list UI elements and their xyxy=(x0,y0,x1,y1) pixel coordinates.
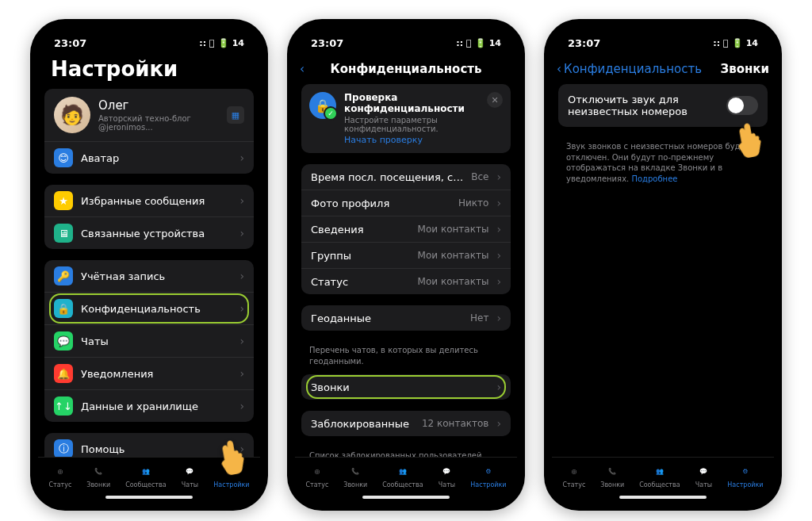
list-item[interactable]: 🔑Учётная запись› xyxy=(44,260,254,292)
list-item[interactable]: 💬Чаты› xyxy=(44,324,254,357)
profile-row[interactable]: 🧑 Олег Авторский техно-блог @jeronimos..… xyxy=(44,89,254,141)
profile-sub: Авторский техно-блог @jeronimos... xyxy=(98,114,219,132)
row-icon: ↑↓ xyxy=(54,396,73,416)
start-check-link[interactable]: Начать проверку xyxy=(344,135,479,145)
row-icon: 🔔 xyxy=(54,364,73,383)
avatar-row[interactable]: 😊 Аватар › xyxy=(44,141,254,174)
tab-icon: 👥 xyxy=(651,462,668,480)
row-label: Группы xyxy=(311,250,410,262)
tab-звонки[interactable]: 📞Звонки xyxy=(600,462,624,488)
tab-сообщества[interactable]: 👥Сообщества xyxy=(125,462,166,488)
row-icon: 🔑 xyxy=(54,266,73,285)
tab-label: Чаты xyxy=(182,481,198,488)
row-value: Мои контакты xyxy=(418,276,489,287)
tab-сообщества[interactable]: 👥Сообщества xyxy=(382,462,423,488)
list-item[interactable]: СтатусМои контакты› xyxy=(301,268,511,294)
chevron-icon: › xyxy=(239,270,244,282)
tab-icon: 💬 xyxy=(438,462,455,480)
row-label: Данные и хранилище xyxy=(81,400,232,412)
row-value: 12 контактов xyxy=(422,418,489,429)
phone-settings: 23:07 ::􀙇🔋14 Настройки 🧑 Олег Авторский … xyxy=(30,19,268,511)
tab-настройки[interactable]: ⚙Настройки xyxy=(727,462,763,488)
shield-lock-icon: 🔒 xyxy=(309,92,336,119)
list-item[interactable]: 🖥Связанные устройства› xyxy=(44,216,254,249)
list-item[interactable]: Фото профиляНикто› xyxy=(301,190,511,216)
row-icon: 💬 xyxy=(54,331,73,351)
nav-title: Конфиденциальность xyxy=(331,62,482,76)
list-item[interactable]: ГруппыМои контакты› xyxy=(301,242,511,268)
avatar-icon-sq: 😊 xyxy=(54,148,73,167)
chevron-icon: › xyxy=(496,312,501,324)
back-button[interactable]: ‹ Конфиденциальность xyxy=(557,62,702,76)
tab-icon: ⚙ xyxy=(223,462,240,480)
tab-сообщества[interactable]: 👥Сообщества xyxy=(639,462,680,488)
tab-icon: ⚙ xyxy=(480,462,497,480)
list-item[interactable]: 🔔Уведомления› xyxy=(44,357,254,389)
phone-calls: 23:07 ::􀙇🔋14 ‹ Конфиденциальность Звонки… xyxy=(544,19,782,511)
tab-icon: 💬 xyxy=(695,462,712,480)
tab-label: Чаты xyxy=(439,481,455,488)
tab-label: Сообщества xyxy=(382,481,423,488)
row-icon: 🖥 xyxy=(54,224,73,243)
row-label: Статус xyxy=(311,276,410,288)
row-value: Мои контакты xyxy=(418,224,489,235)
row-label: Помощь xyxy=(81,443,232,455)
tab-чаты[interactable]: 💬Чаты xyxy=(181,462,198,488)
row-label: Геоданные xyxy=(311,312,462,324)
row-label: Учётная запись xyxy=(81,270,232,282)
back-button[interactable]: ‹ xyxy=(300,62,304,76)
chevron-icon: › xyxy=(239,194,244,207)
tab-icon: ⚙ xyxy=(737,462,754,480)
list-item[interactable]: Звонки› xyxy=(301,374,511,400)
list-item[interactable]: СведенияМои контакты› xyxy=(301,216,511,242)
row-label: Звонки xyxy=(311,381,488,393)
chevron-icon: › xyxy=(496,197,501,209)
chevron-icon: › xyxy=(496,223,501,236)
status-indicators: ::􀙇🔋14 xyxy=(199,38,244,48)
row-value: Никто xyxy=(458,197,488,209)
qr-icon[interactable]: ▦ xyxy=(227,106,244,124)
home-indicator xyxy=(619,496,707,499)
learn-more-link[interactable]: Подробнее xyxy=(631,174,677,183)
tab-label: Статус xyxy=(48,481,71,488)
row-label: Связанные устройства xyxy=(81,228,232,239)
toggle-switch[interactable] xyxy=(726,96,758,115)
silence-unknown-toggle-row[interactable]: Отключить звук для неизвестных номеров xyxy=(558,84,768,127)
chevron-icon: › xyxy=(239,227,244,239)
list-item[interactable]: ★Избранные сообщения› xyxy=(44,185,254,216)
tab-настройки[interactable]: ⚙Настройки xyxy=(213,462,249,488)
tab-статус[interactable]: ◎Статус xyxy=(48,462,71,488)
list-item[interactable]: ГеоданныеНет› xyxy=(301,305,511,331)
tab-звонки[interactable]: 📞Звонки xyxy=(86,462,110,488)
status-time: 23:07 xyxy=(568,37,600,49)
tab-icon: 👥 xyxy=(137,462,155,480)
row-icon: ★ xyxy=(54,191,73,210)
close-icon[interactable]: ✕ xyxy=(487,92,503,108)
list-item[interactable]: ⓘПомощь› xyxy=(44,433,254,457)
privacy-banner[interactable]: 🔒 Проверка конфиденциальности Настройте … xyxy=(301,84,511,153)
list-item[interactable]: Заблокированные12 контактов› xyxy=(301,411,511,436)
tab-label: Статус xyxy=(562,481,585,488)
tab-статус[interactable]: ◎Статус xyxy=(562,462,585,488)
tab-статус[interactable]: ◎Статус xyxy=(305,462,328,488)
row-label: Фото профиля xyxy=(311,197,450,209)
list-item[interactable]: ↑↓Данные и хранилище› xyxy=(44,389,254,422)
list-item[interactable]: 🔒Конфиденциальность› xyxy=(44,292,254,324)
list-item[interactable]: Время посл. посещения, статус "в сети"Вс… xyxy=(301,164,511,190)
tab-label: Звонки xyxy=(86,481,110,488)
nav-title: Звонки xyxy=(720,62,769,76)
chevron-icon: › xyxy=(239,367,244,380)
chevron-icon: › xyxy=(239,302,244,315)
tab-настройки[interactable]: ⚙Настройки xyxy=(470,462,506,488)
tab-label: Сообщества xyxy=(125,481,166,488)
row-icon: 🔒 xyxy=(54,299,73,318)
row-value: Мои контакты xyxy=(418,250,489,261)
row-label: Уведомления xyxy=(81,368,232,380)
tab-звонки[interactable]: 📞Звонки xyxy=(343,462,367,488)
chevron-icon: › xyxy=(496,275,501,288)
row-value: Нет xyxy=(470,312,488,324)
tab-чаты[interactable]: 💬Чаты xyxy=(695,462,712,488)
footer-geo: Перечень чатов, в которых вы делитесь ге… xyxy=(301,342,511,374)
tab-чаты[interactable]: 💬Чаты xyxy=(438,462,455,488)
row-label: Избранные сообщения xyxy=(81,195,232,207)
